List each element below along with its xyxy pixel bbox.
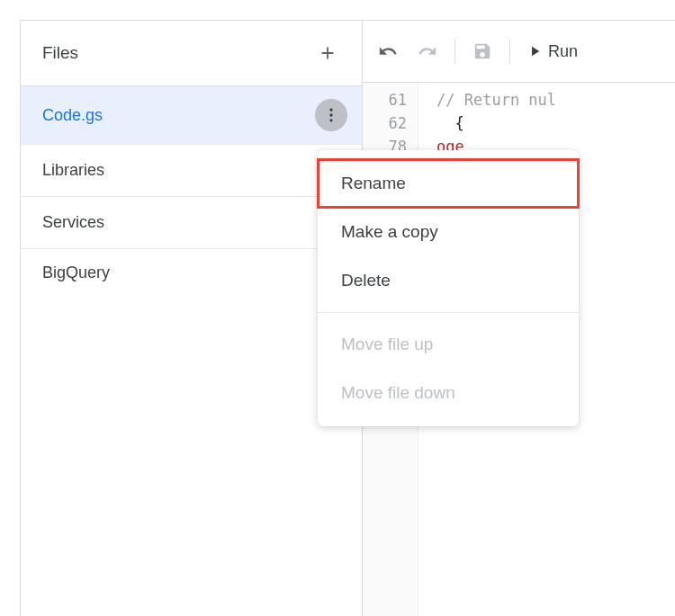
more-vert-icon [322,106,340,124]
run-button[interactable]: Run [519,37,585,67]
toolbar-divider-2 [509,39,510,64]
editor-toolbar: Run [363,21,675,83]
toolbar-divider [454,39,455,64]
play-icon [526,43,543,59]
files-heading: Files [42,43,78,63]
files-sidebar: Files Code.gs Libraries Services BigQuer… [20,21,362,616]
add-file-button[interactable] [311,37,344,69]
svg-point-1 [329,113,332,116]
menu-divider [318,312,579,313]
undo-button[interactable] [370,33,406,69]
file-name-label: Code.gs [42,106,103,125]
menu-item-make-copy[interactable]: Make a copy [318,208,579,256]
service-item-bigquery[interactable]: BigQuery [21,249,362,297]
sidebar-header: Files [21,21,362,86]
undo-icon [378,41,398,61]
run-label: Run [548,42,578,61]
save-icon [472,41,492,61]
libraries-heading[interactable]: Libraries [21,145,362,197]
svg-point-0 [329,109,332,112]
redo-button[interactable] [410,33,446,69]
menu-item-move-down: Move file down [318,369,579,417]
file-context-menu: Rename Make a copy Delete Move file up M… [318,150,579,426]
redo-icon [418,41,437,61]
file-more-button[interactable] [315,99,347,131]
menu-item-move-up: Move file up [318,320,579,369]
plus-icon [318,43,338,63]
services-heading[interactable]: Services [21,197,362,249]
file-item-code-gs[interactable]: Code.gs [21,86,362,145]
save-button[interactable] [464,33,500,69]
svg-point-2 [329,119,332,121]
menu-item-rename[interactable]: Rename [318,159,579,208]
menu-item-delete[interactable]: Delete [318,256,579,305]
